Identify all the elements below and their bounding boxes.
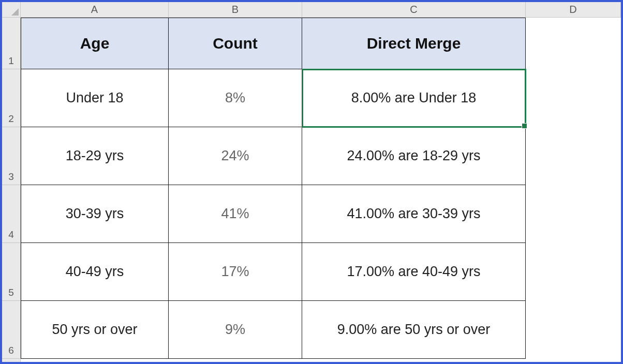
cell-D1[interactable] bbox=[526, 18, 621, 69]
cell-A3[interactable]: 18-29 yrs bbox=[21, 127, 169, 185]
row-header-6[interactable]: 6 bbox=[2, 301, 20, 359]
row-header-4[interactable]: 4 bbox=[2, 185, 20, 243]
cell-B3[interactable]: 24% bbox=[169, 127, 302, 185]
column-header-D[interactable]: D bbox=[526, 2, 621, 17]
cell-D2[interactable] bbox=[526, 69, 621, 127]
cell-D5[interactable] bbox=[526, 243, 621, 301]
cell-A1[interactable]: Age bbox=[21, 18, 169, 69]
cell-C3[interactable]: 24.00% are 18-29 yrs bbox=[302, 127, 526, 185]
column-header-C[interactable]: C bbox=[302, 2, 526, 17]
table-row: Under 18 8% 8.00% are Under 18 bbox=[21, 69, 621, 127]
select-all-triangle[interactable] bbox=[2, 2, 21, 17]
row-header-1[interactable]: 1 bbox=[2, 18, 20, 69]
cell-C1[interactable]: Direct Merge bbox=[302, 18, 526, 69]
cell-D3[interactable] bbox=[526, 127, 621, 185]
cell-D4[interactable] bbox=[526, 185, 621, 243]
cell-C5[interactable]: 17.00% are 40-49 yrs bbox=[302, 243, 526, 301]
table-row: 18-29 yrs 24% 24.00% are 18-29 yrs bbox=[21, 127, 621, 185]
row-header-2[interactable]: 2 bbox=[2, 69, 20, 127]
column-headers: A B C D bbox=[2, 2, 621, 18]
row-header-3[interactable]: 3 bbox=[2, 127, 20, 185]
cell-C4[interactable]: 41.00% are 30-39 yrs bbox=[302, 185, 526, 243]
row-header-5[interactable]: 5 bbox=[2, 243, 20, 301]
cell-B4[interactable]: 41% bbox=[169, 185, 302, 243]
cell-B5[interactable]: 17% bbox=[169, 243, 302, 301]
table-row: 50 yrs or over 9% 9.00% are 50 yrs or ov… bbox=[21, 301, 621, 359]
row-headers: 1 2 3 4 5 6 bbox=[2, 18, 21, 362]
cell-C6[interactable]: 9.00% are 50 yrs or over bbox=[302, 301, 526, 359]
cell-A5[interactable]: 40-49 yrs bbox=[21, 243, 169, 301]
column-header-B[interactable]: B bbox=[169, 2, 302, 17]
cell-grid: Age Count Direct Merge Under 18 8% 8.00%… bbox=[21, 18, 621, 362]
cell-B6[interactable]: 9% bbox=[169, 301, 302, 359]
cell-D6[interactable] bbox=[526, 301, 621, 359]
cell-B2[interactable]: 8% bbox=[169, 69, 302, 127]
cell-B1[interactable]: Count bbox=[169, 18, 302, 69]
spreadsheet-viewport: A B C D 1 2 3 4 5 6 Age Count Direct Mer… bbox=[0, 0, 623, 364]
cell-C2[interactable]: 8.00% are Under 18 bbox=[302, 69, 526, 127]
table-row: 30-39 yrs 41% 41.00% are 30-39 yrs bbox=[21, 185, 621, 243]
table-row: Age Count Direct Merge bbox=[21, 18, 621, 69]
cell-A6[interactable]: 50 yrs or over bbox=[21, 301, 169, 359]
cell-A2[interactable]: Under 18 bbox=[21, 69, 169, 127]
cell-A4[interactable]: 30-39 yrs bbox=[21, 185, 169, 243]
table-row: 40-49 yrs 17% 17.00% are 40-49 yrs bbox=[21, 243, 621, 301]
column-header-A[interactable]: A bbox=[21, 2, 169, 17]
